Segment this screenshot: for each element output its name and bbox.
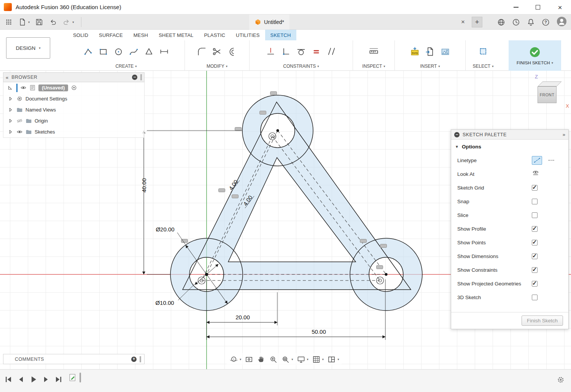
view-cube[interactable]: Z FRONT X (532, 74, 568, 110)
dimension-tool-button[interactable] (157, 43, 172, 60)
constraint-horizontal-vertical-button[interactable] (264, 43, 278, 60)
show-profile-checkbox[interactable] (532, 226, 538, 232)
insert-svg-button[interactable]: SVG (408, 43, 422, 60)
save-button[interactable] (33, 16, 45, 28)
file-menu-button[interactable]: ▾ (17, 16, 31, 28)
palette-minimize-icon[interactable]: – (454, 132, 460, 137)
play-button[interactable] (29, 375, 38, 384)
user-avatar[interactable] (556, 16, 567, 29)
maximize-button[interactable] (527, 0, 549, 14)
new-document-button[interactable]: + (472, 17, 482, 27)
3d-sketch-checkbox[interactable] (532, 295, 538, 300)
browser-item-sketches[interactable]: Sketches (3, 126, 144, 137)
close-button[interactable]: × (549, 0, 571, 14)
job-status-clock-icon[interactable] (512, 18, 520, 27)
app-grid-button[interactable] (3, 16, 14, 28)
show-projected-geometries-checkbox[interactable] (532, 281, 538, 287)
options-section-header[interactable]: ▼ Options (451, 140, 568, 153)
browser-item-document-settings[interactable]: Document Settings (3, 93, 144, 104)
sketch-grid-checkbox[interactable] (532, 185, 538, 191)
add-comment-icon[interactable]: + (131, 357, 137, 362)
skip-to-start-button[interactable] (4, 375, 13, 384)
timeline-sketch-feature[interactable] (68, 373, 81, 382)
grid-settings-button[interactable]: ▾ (311, 354, 325, 365)
panel-grip[interactable] (140, 74, 142, 80)
circle-tool-button[interactable] (111, 43, 126, 60)
notifications-bell-icon[interactable] (526, 18, 535, 27)
expand-arrow-icon[interactable] (7, 118, 14, 124)
group-create-label[interactable]: CREATE (115, 64, 134, 69)
expand-arrow-icon[interactable] (7, 107, 14, 113)
timeline-position-handle[interactable] (80, 373, 81, 382)
design-workspace-menu[interactable]: DESIGN ▾ (6, 37, 50, 59)
group-insert-label[interactable]: INSERT (420, 64, 437, 69)
slice-checkbox[interactable] (532, 212, 538, 218)
tab-mesh[interactable]: MESH (128, 30, 153, 40)
palette-expand-icon[interactable]: » (563, 132, 565, 137)
tab-surface[interactable]: SURFACE (94, 30, 128, 40)
trim-tool-button[interactable] (210, 43, 224, 60)
rectangle-tool-button[interactable] (96, 43, 111, 60)
panel-minimize-icon[interactable]: – (132, 75, 137, 80)
view-cube-top-face[interactable] (538, 81, 562, 86)
polygon-tool-button[interactable] (142, 43, 156, 60)
undo-button[interactable] (47, 16, 59, 28)
document-tab[interactable]: Untitled* (249, 14, 289, 30)
expand-arrow-icon[interactable] (7, 129, 14, 135)
group-inspect-label[interactable]: INSPECT (362, 64, 382, 69)
show-constraints-checkbox[interactable] (532, 267, 538, 273)
skip-to-end-button[interactable] (54, 375, 63, 384)
tab-sheet-metal[interactable]: SHEET METAL (153, 30, 199, 40)
web-icon[interactable] (497, 18, 506, 27)
orbit-button[interactable]: ▾ (228, 354, 242, 365)
eye-icon[interactable] (16, 129, 23, 135)
comments-bar[interactable]: COMMENTS + (3, 354, 145, 364)
viewports-button[interactable]: ▾ (326, 354, 340, 365)
constraint-parallel-button[interactable] (324, 43, 339, 60)
group-select-label[interactable]: SELECT (473, 64, 491, 69)
tab-close-button[interactable]: × (458, 18, 468, 27)
spline-tool-button[interactable] (127, 43, 141, 60)
show-points-checkbox[interactable] (532, 240, 538, 245)
view-cube-front-face[interactable]: FRONT (538, 86, 557, 103)
insert-canvas-button[interactable] (438, 43, 453, 60)
show-dimensions-checkbox[interactable] (532, 253, 538, 259)
browser-item-origin[interactable]: Origin (3, 115, 144, 126)
eye-off-icon[interactable] (16, 118, 23, 124)
tab-sketch[interactable]: SKETCH (265, 30, 296, 40)
look-at-view-button[interactable] (243, 354, 254, 365)
fillet-tool-button[interactable] (195, 43, 209, 60)
group-constraints-label[interactable]: CONSTRAINTS (283, 64, 316, 69)
browser-item-named-views[interactable]: Named Views (3, 104, 144, 115)
step-back-button[interactable] (16, 375, 25, 384)
tab-solid[interactable]: SOLID (68, 30, 94, 40)
measure-tool-button[interactable] (367, 43, 381, 60)
constraint-equal-button[interactable] (309, 43, 324, 60)
model-canvas[interactable]: 40.00 20.00 50.00 Ø20.00 Ø10.00 4.00 4.0… (0, 71, 571, 369)
pan-button[interactable] (256, 354, 267, 365)
constraint-coincident-button[interactable] (279, 43, 293, 60)
linetype-centerline-button[interactable] (546, 156, 556, 165)
eye-icon[interactable] (20, 84, 27, 91)
zoom-button[interactable] (268, 354, 279, 365)
insert-dxf-button[interactable] (423, 43, 437, 60)
unsaved-document-label[interactable]: (Unsaved) (38, 84, 68, 91)
constraint-tangent-button[interactable] (294, 43, 309, 60)
select-tool-button[interactable] (476, 43, 490, 60)
linetype-construction-button[interactable] (532, 156, 542, 165)
expand-arrow-icon[interactable] (7, 96, 14, 102)
comments-grip[interactable] (140, 356, 141, 362)
line-tool-button[interactable] (81, 43, 95, 60)
finish-sketch-palette-button[interactable]: Finish Sketch (522, 316, 563, 326)
tab-plastic[interactable]: PLASTIC (199, 30, 231, 40)
tab-utilities[interactable]: UTILITIES (231, 30, 265, 40)
minimize-button[interactable] (505, 0, 527, 14)
look-at-button[interactable] (532, 169, 539, 178)
offset-tool-button[interactable] (225, 43, 240, 60)
timeline-settings-button[interactable] (557, 376, 565, 386)
group-modify-label[interactable]: MODIFY (207, 64, 224, 69)
browser-root-row[interactable]: (Unsaved) (3, 82, 144, 93)
redo-button[interactable]: ▾ (61, 16, 75, 28)
finish-sketch-button[interactable]: FINISH SKETCH▾ (509, 40, 561, 71)
step-forward-button[interactable] (41, 375, 51, 384)
